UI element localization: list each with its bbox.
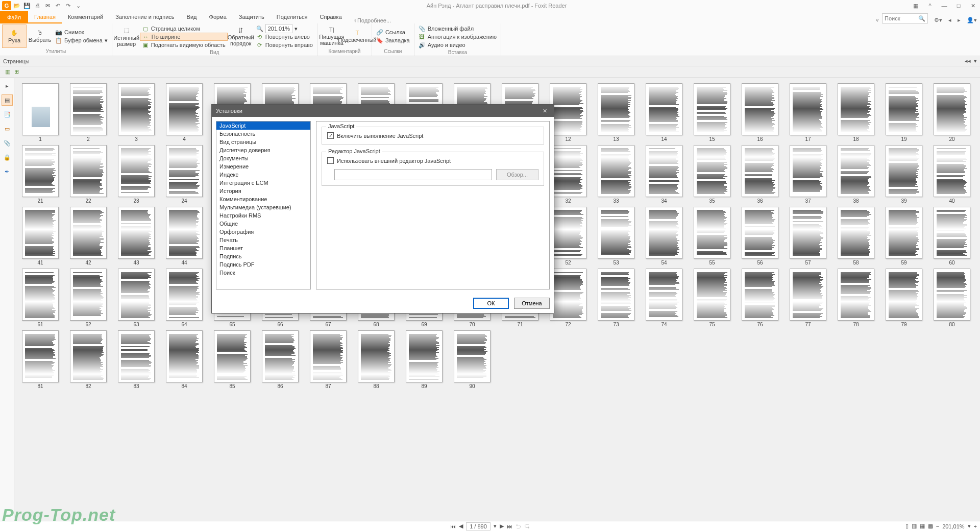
category-item[interactable]: Орфография: [216, 228, 310, 236]
browse-button[interactable]: Обзор...: [496, 169, 538, 180]
qa-dropdown-icon[interactable]: ⌄: [74, 1, 83, 10]
thumbnail[interactable]: 37: [784, 145, 832, 204]
tab-help[interactable]: Справка: [313, 11, 348, 23]
close-icon[interactable]: ✕: [966, 0, 980, 11]
view-single-icon[interactable]: ▯: [905, 523, 909, 529]
tab-form[interactable]: Форма: [203, 11, 233, 23]
thumbnail[interactable]: 1: [16, 83, 64, 142]
save-icon[interactable]: 💾: [22, 1, 32, 10]
thumbnail[interactable]: 87: [304, 330, 352, 389]
thumbnail[interactable]: 14: [640, 83, 688, 142]
search-input[interactable]: [885, 15, 918, 21]
category-item[interactable]: Планшет: [216, 244, 310, 252]
thumbnail[interactable]: 44: [160, 207, 208, 266]
category-item[interactable]: JavaScript: [216, 122, 310, 130]
thumbnail[interactable]: 64: [160, 269, 208, 327]
prev-page-icon[interactable]: ◀: [459, 523, 463, 529]
dialog-titlebar[interactable]: Установки ✕: [212, 105, 554, 117]
thumbnail[interactable]: 76: [736, 269, 784, 327]
next-icon[interactable]: ▸: [954, 17, 964, 23]
layers-panel-icon[interactable]: ▭: [2, 123, 13, 134]
thumbnails-icon[interactable]: ▥: [5, 68, 10, 75]
search-box[interactable]: 🔍: [882, 13, 928, 23]
thumbnail[interactable]: 81: [16, 330, 64, 389]
bookmark-button[interactable]: 🔖Закладка: [374, 36, 412, 44]
thumbnail[interactable]: 4: [160, 83, 208, 142]
cancel-button[interactable]: Отмена: [514, 298, 550, 309]
redo-icon[interactable]: ↷: [63, 1, 72, 10]
actual-size-button[interactable]: ⬚Истинный размер: [114, 25, 139, 49]
thumbnail[interactable]: 90: [448, 330, 496, 389]
checkbox-unchecked-icon[interactable]: [327, 157, 334, 164]
thumbnail[interactable]: 21: [16, 145, 64, 204]
category-item[interactable]: Настройки RMS: [216, 211, 310, 220]
thumbnail[interactable]: 42: [64, 207, 112, 266]
last-page-icon[interactable]: ⏭: [507, 523, 512, 529]
thumbnail[interactable]: 88: [352, 330, 400, 389]
highlight-button[interactable]: TПодсвеченный: [345, 25, 370, 48]
category-item[interactable]: Поиск: [216, 269, 310, 277]
ribbon-grid-icon[interactable]: ▦: [909, 0, 923, 11]
thumbnail[interactable]: 34: [640, 145, 688, 204]
attach-button[interactable]: 📎Вложенный файл: [416, 25, 499, 33]
category-item[interactable]: Безопасность: [216, 130, 310, 138]
tab-share[interactable]: Поделиться: [271, 11, 314, 23]
thumbnail[interactable]: 20: [928, 83, 976, 142]
settings-gear-icon[interactable]: ⚙▾: [931, 17, 945, 23]
thumbnail[interactable]: 59: [880, 207, 928, 266]
snapshot-button[interactable]: 📷Снимок: [53, 28, 110, 36]
category-item[interactable]: История: [216, 187, 310, 195]
thumbnail[interactable]: 74: [640, 269, 688, 327]
prev-icon[interactable]: ◂: [945, 17, 954, 23]
thumbnail[interactable]: 56: [736, 207, 784, 266]
thumbnail[interactable]: 36: [736, 145, 784, 204]
thumbnail[interactable]: 78: [832, 269, 880, 327]
thumbnail[interactable]: 23: [112, 145, 160, 204]
thumbnail[interactable]: 38: [832, 145, 880, 204]
fit-width-button[interactable]: ↔По ширине: [140, 33, 228, 41]
category-item[interactable]: Диспетчер доверия: [216, 146, 310, 154]
rotate-left-button[interactable]: ⟲Повернуть влево: [254, 33, 315, 41]
bookmarks-panel-icon[interactable]: 📑: [2, 109, 13, 120]
expand-sidebar-icon[interactable]: ▸: [2, 80, 13, 91]
thumbnail[interactable]: 41: [16, 207, 64, 266]
tab-view[interactable]: Вид: [181, 11, 203, 23]
open-icon[interactable]: 📂: [12, 1, 21, 10]
category-item[interactable]: Вид страницы: [216, 138, 310, 146]
thumbnail[interactable]: 24: [160, 145, 208, 204]
search-icon[interactable]: 🔍: [918, 15, 925, 22]
thumbnail[interactable]: 58: [832, 207, 880, 266]
zoom-in-icon[interactable]: +: [974, 523, 977, 529]
dialog-close-icon[interactable]: ✕: [540, 108, 550, 114]
zoom-out-icon[interactable]: −: [936, 523, 939, 529]
page-number-input[interactable]: 1 / 890: [466, 522, 491, 530]
thumbnail[interactable]: 86: [256, 330, 304, 389]
thumbnail[interactable]: 61: [16, 269, 64, 327]
fit-visible-button[interactable]: ▣Подогнать видимую область: [140, 41, 228, 49]
security-panel-icon[interactable]: 🔒: [2, 152, 13, 163]
enable-js-checkbox[interactable]: ✓ Включить выполнение JavaScript: [327, 132, 538, 139]
tab-comment[interactable]: Комментарий: [62, 11, 109, 23]
tab-home[interactable]: Главная: [28, 11, 62, 23]
category-item[interactable]: Индекс: [216, 171, 310, 179]
email-icon[interactable]: ✉: [43, 1, 52, 10]
thumbnail[interactable]: 53: [592, 207, 640, 266]
hand-tool-button[interactable]: ✋Рука: [2, 25, 27, 48]
collapse-ribbon-icon[interactable]: ▿: [873, 17, 882, 23]
category-item[interactable]: Документы: [216, 154, 310, 162]
thumbnail[interactable]: 89: [400, 330, 448, 389]
audio-video-button[interactable]: 🔊Аудио и видео: [416, 41, 499, 49]
next-page-icon[interactable]: ▶: [500, 523, 504, 529]
thumbnail[interactable]: 15: [688, 83, 736, 142]
category-item[interactable]: Печать: [216, 236, 310, 244]
thumbnail[interactable]: 82: [64, 330, 112, 389]
first-page-icon[interactable]: ⏮: [450, 523, 456, 529]
tab-fillsign[interactable]: Заполнение и подпись: [109, 11, 180, 23]
thumbnail[interactable]: 57: [784, 207, 832, 266]
page-dropdown-icon[interactable]: ▾: [494, 523, 497, 529]
thumbnail[interactable]: 63: [112, 269, 160, 327]
thumbnail[interactable]: 19: [880, 83, 928, 142]
user-icon[interactable]: 👤▾: [964, 17, 980, 23]
thumbnail[interactable]: 75: [688, 269, 736, 327]
attachments-panel-icon[interactable]: 📎: [2, 137, 13, 149]
